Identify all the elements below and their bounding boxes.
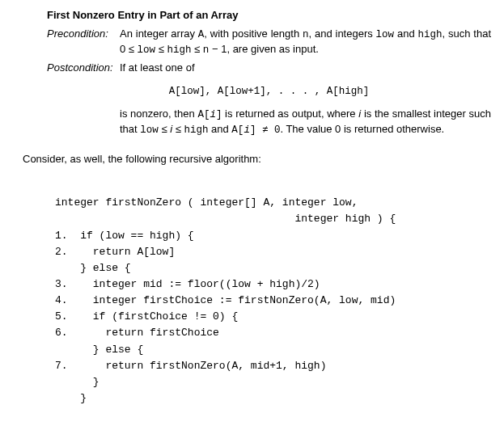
code-line: } else { [55,344,143,356]
consider-line: Consider, as well, the following recursi… [23,152,491,167]
postcondition-tail: is nonzero, then A[i] is returned as out… [120,107,491,137]
document-page: First Nonzero Entry in Part of an Array … [0,0,504,426]
code-line: 1. if (low == high) { [55,230,194,242]
code-inline: A[i] [197,109,222,120]
code-line: integer firstNonZero ( integer[] A, inte… [55,196,358,209]
code-line: 6. return firstChoice [55,327,219,339]
code-line: } [55,376,100,388]
code-line: 4. integer firstChoice := firstNonZero(A… [55,294,396,306]
code-inline: n [303,29,309,40]
code-inline: low [376,29,395,40]
text: and [208,123,231,135]
code-inline: high [184,124,208,136]
code-inline: high [418,29,443,40]
code-line: integer high ) { [55,213,396,225]
code-line: 2. return A[low] [55,246,175,258]
code-line: } [55,392,87,404]
precondition-label: Precondition: [47,27,120,42]
postcondition-math: A[low], A[low+1], . . . , A[high] [47,84,491,99]
code-inline: A[i] ≠ 0 [231,124,280,136]
precondition-body: An integer array A, with positive length… [120,27,491,57]
code-inline: n [203,44,210,56]
code-line: } else { [55,262,131,274]
code-inline: A [198,29,205,40]
code-inline: low [138,44,156,56]
code-line: 3. integer mid := floor((low + high)/2) [55,278,320,290]
code-inline: high [167,44,191,56]
code-line: 7. return firstNonZero(A, mid+1, high) [55,360,326,372]
text: is nonzero, then [120,108,197,120]
precondition-row: Precondition: An integer array A, with p… [47,27,491,57]
postcondition-row: Postcondition: If at least one of [47,61,491,76]
spec-block: Precondition: An integer array A, with p… [47,27,491,137]
postcondition-label: Postcondition: [47,61,120,76]
algorithm-code: integer firstNonZero ( integer[] A, inte… [55,179,491,407]
code-line: 5. if (firstChoice != 0) { [55,310,238,323]
postcondition-lead: If at least one of [120,61,491,76]
text: . The value 0 is returned otherwise. [280,123,444,135]
section-heading: First Nonzero Entry in Part of an Array [47,8,491,23]
code-inline: low [140,124,159,136]
